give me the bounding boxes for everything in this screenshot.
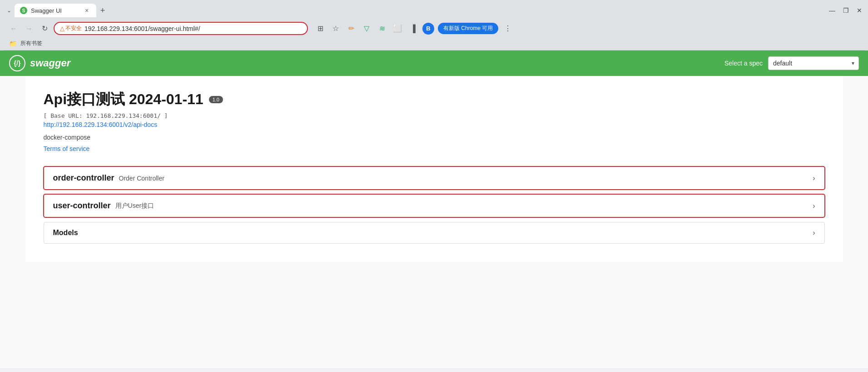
select-a-spec-label: Select a spec: [724, 60, 763, 67]
reload-button[interactable]: ↻: [38, 22, 51, 35]
models-chevron-icon: ›: [813, 229, 815, 237]
sidebar-icon[interactable]: ▐: [407, 23, 419, 35]
toolbar-right: ⊞ ☆ ✏ ▽ ≋ ⬜ ▐ B 有新版 Chrome 可用 ⋮: [314, 23, 514, 35]
profile-avatar[interactable]: B: [422, 23, 434, 35]
browser-chrome: ⌄ S Swagger UI × + — ❐ ✕ ← → ↻ △: [0, 0, 868, 50]
bookmarks-folder-icon: 📁: [9, 40, 17, 47]
share-icon[interactable]: ⬜: [392, 23, 403, 35]
swagger-container: {/} swagger Select a spec default ▾ Api接…: [0, 50, 868, 368]
api-title-text: Api接口测试 2024-01-11: [44, 90, 203, 110]
chrome-update-button[interactable]: 有新版 Chrome 可用: [438, 23, 498, 34]
bookmarks-bar: 📁 所有书签: [4, 39, 864, 50]
browser-titlebar: ⌄ S Swagger UI × + — ❐ ✕: [4, 4, 864, 17]
browser-tabs: ⌄ S Swagger UI × +: [4, 4, 109, 17]
models-label: Models: [53, 229, 78, 237]
models-item[interactable]: Models ›: [44, 222, 825, 244]
translate-icon[interactable]: ⊞: [314, 23, 326, 35]
order-controller-chevron-icon: ›: [813, 174, 815, 182]
tab-list-button[interactable]: ⌄: [4, 5, 15, 16]
maximize-button[interactable]: ❐: [841, 5, 851, 15]
new-tab-button[interactable]: +: [96, 4, 109, 17]
extension-icon-2[interactable]: ▽: [361, 23, 372, 35]
user-controller-chevron-icon: ›: [813, 202, 815, 210]
api-base-url: [ Base URL: 192.168.229.134:6001/ ]: [44, 112, 825, 119]
controllers-section: order-controller Order Controller › user…: [44, 166, 825, 244]
spec-select-wrapper: default ▾: [768, 56, 859, 70]
extension-icon-1[interactable]: ✏: [345, 23, 357, 35]
tab-close-button[interactable]: ×: [83, 6, 91, 15]
bookmark-icon[interactable]: ☆: [330, 23, 342, 35]
swagger-header: {/} swagger Select a spec default ▾: [0, 50, 868, 76]
api-docs-link[interactable]: http://192.168.229.134:6001/v2/api-docs: [44, 121, 825, 128]
swagger-spec-selector: Select a spec default ▾: [724, 56, 859, 70]
order-controller-name: order-controller: [53, 173, 114, 183]
extension-icon-3[interactable]: ≋: [376, 23, 388, 35]
order-controller-left: order-controller Order Controller: [53, 173, 164, 183]
swagger-logo-icon: {/}: [9, 55, 25, 71]
window-controls: — ❐ ✕: [827, 5, 864, 15]
bookmarks-label: 所有书签: [20, 40, 42, 47]
user-controller-item[interactable]: user-controller 用户User接口 ›: [44, 194, 825, 217]
terms-of-service-link[interactable]: Terms of service: [44, 145, 90, 152]
api-description: docker-compose: [44, 134, 825, 141]
api-info: Api接口测试 2024-01-11 1.0 [ Base URL: 192.1…: [44, 90, 825, 153]
tab-title: Swagger UI: [31, 7, 62, 14]
spec-select[interactable]: default: [768, 56, 859, 70]
address-bar[interactable]: △ 不安全 192.168.229.134:6001/swagger-ui.ht…: [54, 22, 308, 35]
tab-favicon: S: [20, 7, 27, 14]
back-button[interactable]: ←: [7, 22, 20, 35]
api-version-badge: 1.0: [209, 96, 223, 103]
address-text: 192.168.229.134:6001/swagger-ui.html#/: [84, 25, 302, 32]
minimize-button[interactable]: —: [827, 5, 837, 15]
user-controller-name: user-controller: [53, 201, 111, 211]
active-tab[interactable]: S Swagger UI ×: [15, 4, 96, 17]
security-icon: △ 不安全: [60, 25, 82, 32]
order-controller-desc: Order Controller: [119, 175, 164, 182]
order-controller-item[interactable]: order-controller Order Controller ›: [44, 166, 825, 190]
close-button[interactable]: ✕: [854, 5, 864, 15]
forward-button[interactable]: →: [23, 22, 35, 35]
user-controller-left: user-controller 用户User接口: [53, 201, 154, 211]
browser-toolbar: ← → ↻ △ 不安全 192.168.229.134:6001/swagger…: [4, 20, 864, 39]
swagger-logo: {/} swagger: [9, 55, 70, 71]
swagger-logo-text: swagger: [30, 57, 70, 69]
menu-icon[interactable]: ⋮: [502, 23, 514, 35]
swagger-content: Api接口测试 2024-01-11 1.0 [ Base URL: 192.1…: [25, 76, 843, 262]
api-title-row: Api接口测试 2024-01-11 1.0: [44, 90, 825, 110]
user-controller-desc: 用户User接口: [115, 202, 154, 210]
